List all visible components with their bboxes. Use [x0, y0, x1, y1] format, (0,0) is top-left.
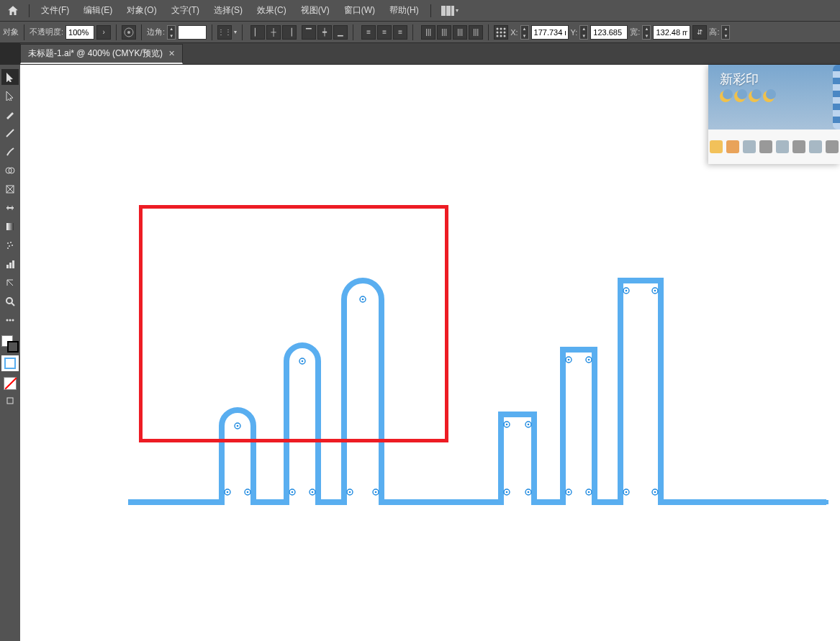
corner-input[interactable] — [178, 25, 207, 40]
anchor-point[interactable] — [618, 278, 623, 283]
close-tab-icon[interactable]: ✕ — [168, 49, 175, 58]
anchor-point[interactable] — [532, 412, 536, 417]
line-tool-icon[interactable] — [1, 125, 19, 141]
align-hcenter-icon[interactable]: ┼ — [266, 25, 281, 40]
extra-tools-icon[interactable] — [1, 312, 19, 328]
anchor-point[interactable] — [342, 500, 346, 504]
distribute-hc-icon[interactable]: ||| — [437, 25, 451, 40]
anchor-point[interactable] — [128, 500, 130, 504]
y-stepper[interactable]: ▲▼ — [579, 25, 588, 40]
canvas[interactable]: 新彩印 — [20, 65, 840, 641]
menu-edit[interactable]: 编辑(E) — [76, 1, 119, 19]
menu-view[interactable]: 视图(V) — [294, 1, 337, 19]
anchor-point[interactable] — [824, 500, 828, 504]
zoom-tool-icon[interactable] — [1, 294, 19, 309]
x-input[interactable] — [531, 25, 569, 40]
svg-point-10 — [500, 31, 502, 33]
shape-builder-tool-icon[interactable] — [1, 163, 19, 178]
floating-panel-header: 新彩印 — [708, 65, 840, 129]
align-bottom-icon[interactable]: ▁ — [333, 25, 348, 40]
opacity-input[interactable] — [66, 25, 94, 40]
draw-mode-icon[interactable] — [1, 393, 19, 409]
separator — [412, 24, 413, 40]
stroke-swatch[interactable] — [7, 341, 19, 353]
anchor-point[interactable] — [659, 278, 663, 283]
svg-rect-28 — [9, 263, 12, 268]
distribute-v-icon[interactable]: ||| — [453, 25, 467, 40]
brush-tool-icon[interactable] — [1, 144, 19, 160]
control-bar: 对象 不透明度: › 边角: ▲▼ ⋮⋮ ▾ ▏ ┼ ▕ ▔ ┿ ▁ ≡ ≡ ≡… — [0, 21, 840, 43]
floating-panel-title: 新彩印 — [720, 71, 759, 88]
anchor-point[interactable] — [251, 500, 256, 504]
anchor-point[interactable] — [561, 500, 565, 504]
anchor-point[interactable] — [499, 500, 503, 504]
anchor-point[interactable] — [618, 500, 623, 504]
h-stepper[interactable]: ▲▼ — [721, 25, 730, 40]
anchor-point[interactable] — [659, 500, 663, 504]
menu-select[interactable]: 选择(S) — [207, 1, 250, 19]
panel-emblem-icon[interactable] — [759, 140, 772, 153]
floating-panel-icons — [708, 129, 840, 164]
anchor-point[interactable] — [220, 500, 224, 504]
anchor-point[interactable] — [592, 500, 597, 504]
reference-point-icon[interactable] — [494, 25, 508, 40]
panel-emblem-icon[interactable] — [826, 140, 839, 153]
distribute-vc-icon[interactable]: ||| — [469, 25, 483, 40]
anchor-point[interactable] — [284, 500, 289, 504]
anchor-point[interactable] — [561, 347, 565, 352]
panel-emblem-icon[interactable] — [792, 140, 805, 153]
color-fill-icon[interactable] — [1, 355, 19, 371]
menu-file[interactable]: 文件(F) — [34, 1, 76, 19]
anchor-point[interactable] — [379, 500, 384, 504]
menu-type[interactable]: 文字(T) — [164, 1, 207, 19]
fill-stroke-swatch[interactable] — [1, 335, 19, 353]
anchor-point[interactable] — [592, 347, 597, 352]
anchor-point[interactable] — [316, 500, 320, 504]
align-top-icon[interactable]: ▔ — [302, 25, 316, 40]
recolor-artwork-icon[interactable] — [122, 25, 136, 40]
opacity-dropdown-icon[interactable]: › — [96, 25, 111, 40]
symbol-sprayer-tool-icon[interactable] — [1, 237, 19, 253]
width-tool-icon[interactable] — [1, 200, 19, 216]
slice-tool-icon[interactable] — [1, 275, 19, 291]
align-left-icon[interactable]: ▏ — [250, 25, 265, 40]
gradient-tool-icon[interactable] — [1, 219, 19, 235]
distribute-h-icon[interactable]: ||| — [421, 25, 435, 40]
direct-selection-tool-icon[interactable] — [1, 88, 19, 104]
pen-tool-icon[interactable] — [1, 106, 19, 122]
panel-emblem-icon[interactable] — [726, 140, 739, 153]
panel-emblem-icon[interactable] — [743, 140, 756, 153]
perspective-tool-icon[interactable] — [1, 181, 19, 197]
selection-tool-icon[interactable] — [1, 69, 19, 85]
w-input[interactable] — [653, 25, 690, 40]
column-graph-tool-icon[interactable] — [1, 256, 19, 272]
anchor-point[interactable] — [532, 500, 536, 504]
anchor-point[interactable] — [499, 412, 503, 417]
w-stepper[interactable]: ▲▼ — [642, 25, 651, 40]
distribute-vcenter-icon[interactable]: ≡ — [377, 25, 392, 40]
align-vcenter-icon[interactable]: ┿ — [317, 25, 332, 40]
panel-emblem-icon[interactable] — [776, 140, 789, 153]
document-tab[interactable]: 未标题-1.ai* @ 400% (CMYK/预览) ✕ — [20, 44, 183, 64]
menu-object[interactable]: 对象(O) — [119, 1, 163, 19]
distribute-bottom-icon[interactable]: ≡ — [393, 25, 407, 40]
distribute-top-icon[interactable]: ≡ — [361, 25, 376, 40]
y-label: Y: — [571, 28, 578, 37]
floating-panel[interactable]: 新彩印 — [708, 65, 840, 164]
arrange-documents-icon[interactable]: ▾ — [441, 4, 459, 17]
x-stepper[interactable]: ▲▼ — [520, 25, 529, 40]
none-color-icon[interactable] — [4, 377, 17, 390]
link-wh-icon[interactable]: ⇵ — [692, 25, 707, 40]
menu-help[interactable]: 帮助(H) — [382, 1, 426, 19]
menu-window[interactable]: 窗口(W) — [337, 1, 382, 19]
align-right-icon[interactable]: ▕ — [282, 25, 297, 40]
svg-rect-21 — [6, 223, 14, 230]
corner-stepper[interactable]: ▲▼ — [167, 25, 176, 40]
panel-emblem-icon[interactable] — [809, 140, 822, 153]
panel-emblem-icon[interactable] — [710, 140, 723, 153]
home-icon[interactable] — [4, 2, 22, 19]
menu-effect[interactable]: 效果(C) — [250, 1, 294, 19]
y-input[interactable] — [590, 25, 628, 40]
svg-point-13 — [500, 35, 502, 37]
align-to-pixel-grid-icon[interactable]: ⋮⋮ — [217, 25, 232, 40]
